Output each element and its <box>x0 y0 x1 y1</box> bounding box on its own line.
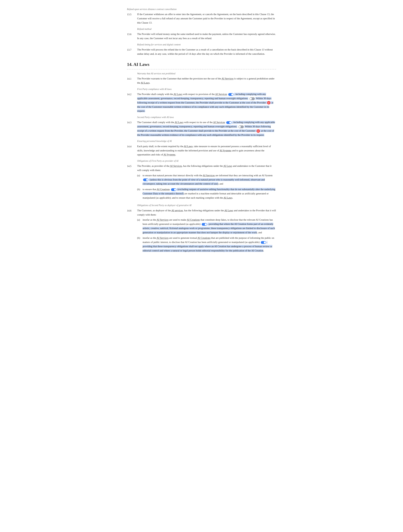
italic-label-13-7: Refund timing for services and digital c… <box>137 43 276 47</box>
clause-num-14-1: 14.1 <box>127 76 137 85</box>
ai-systems-ref-14-4b: AI Systems <box>164 153 176 156</box>
clause-14-2: 14.2 The Provider shall comply with the … <box>127 92 276 113</box>
sub-body-14-6b: insofar as the AI Services are used to g… <box>143 236 276 253</box>
list-item-14-6a: (a) insofar as the AI Services are used … <box>137 218 276 234</box>
ai-laws-ref-14-3: AI Laws <box>175 121 183 124</box>
clause-num-13-5: 13.5 <box>127 12 137 25</box>
highlight-14-5a: (unless this is obvious from the point o… <box>143 178 265 185</box>
toggle-14-6b[interactable] <box>261 241 266 244</box>
section-14-heading: 14. AI Laws <box>127 61 276 70</box>
clause-num-14-3: 14.3 <box>127 120 137 137</box>
clause-13-7: 13.7 The Provider will process the refun… <box>127 48 276 56</box>
sub-list-14-5: (a) to ensure that natural persons that … <box>137 173 276 200</box>
clause-14-1: 14.1 The Provider warrants to the Custom… <box>127 76 276 85</box>
toggle-14-2a[interactable] <box>228 93 234 96</box>
italic-label-13-6: Refund method <box>137 27 276 31</box>
clause-body-14-5: The Provider, as provider of the AI Serv… <box>137 164 276 201</box>
toggle-14-3a[interactable] <box>226 121 232 124</box>
clause-body-14-3: The Customer shall comply with the AI La… <box>137 120 276 137</box>
clause-13-6: 13.6 The Provider will refund money usin… <box>127 32 276 40</box>
clause-num-14-2: 14.2 <box>127 92 137 113</box>
clause-13-5: 13.5 If the Customer withdraws an offer … <box>127 12 276 25</box>
italic-label-14-6: Obligations of Second Party as deployer … <box>137 203 276 207</box>
italic-label-14-5: Obligations of First Party as provider o… <box>137 159 276 163</box>
clause-body-13-5: If the Customer withdraws an offer to en… <box>137 12 276 25</box>
clause-14-5: 14.5 The Provider, as provider of the AI… <box>127 164 276 201</box>
toggle-14-3b[interactable] <box>239 126 244 128</box>
ai-creations-ref-14-6a: AI Creations <box>187 218 200 221</box>
list-item-14-6b: (b) insofar as the AI Services are used … <box>137 236 276 253</box>
toggle-track-14-2a <box>228 93 234 96</box>
sub-body-14-5b: to ensure that AI Creations (excluding o… <box>143 187 276 200</box>
italic-label-14-3: Second Party compliance with AI laws <box>137 115 276 119</box>
ai-services-ref-14-6a: AI Services <box>157 218 169 221</box>
clause-num-13-7: 13.7 <box>127 48 137 56</box>
clause-body-13-6: The Provider will refund money using the… <box>137 32 276 40</box>
ai-services-ref-14-3: AI Services <box>213 121 225 124</box>
or-badge-14-2: or <box>267 101 271 104</box>
clause-body-14-1: The Provider warrants to the Customer th… <box>137 76 276 85</box>
ai-laws-ref-14-5: AI Laws <box>223 165 232 167</box>
list-item-14-5a: (a) to ensure that natural persons that … <box>137 173 276 186</box>
ai-laws-ref-14-4: AI Laws <box>184 145 193 148</box>
sub-body-14-5a: to ensure that natural persons that inte… <box>143 173 276 186</box>
toggle-knob-14-2a <box>231 94 233 95</box>
toggle-14-5a[interactable] <box>143 178 149 181</box>
ai-services-ref-14-2: AI Services <box>215 93 227 95</box>
toggle-track-14-6b <box>261 241 266 244</box>
toggle-track-14-3a <box>226 121 232 124</box>
toggle-track-14-5a <box>143 178 149 181</box>
ai-laws-ref: AI Laws <box>141 82 150 84</box>
toggle-knob-14-6b <box>264 241 266 243</box>
ai-services-ref-14-6b: AI Services <box>157 237 169 239</box>
toggle-track-14-3b <box>239 126 244 128</box>
highlight-14-6a: , providing that where the AI Creation f… <box>143 223 275 234</box>
clause-14-6: 14.6 The Customer, as deployer of the AI… <box>127 209 276 254</box>
clause-num-14-5: 14.5 <box>127 164 137 201</box>
ai-laws-ref-14-6: AI Laws <box>224 209 233 212</box>
toggle-knob-14-3a <box>229 121 231 124</box>
ai-creations-ref-14-5b: AI Creations <box>157 188 170 191</box>
toggle-track-14-2b <box>249 97 255 100</box>
sub-body-14-6a: insofar as the AI Services are used to m… <box>143 218 276 234</box>
ai-services-ref-14-6: AI services <box>171 209 183 212</box>
or-badge-14-3: or <box>257 129 260 133</box>
clause-14-3: 14.3 The Customer shall comply with the … <box>127 120 276 137</box>
toggle-14-6a[interactable] <box>202 223 207 226</box>
highlight-14-2a: , including complying with any applicabl… <box>137 93 266 100</box>
sub-list-14-6: (a) insofar as the AI Services are used … <box>137 218 276 253</box>
toggle-14-5b[interactable] <box>171 188 176 191</box>
ai-services-ref-14-5a: AI Services <box>203 174 215 177</box>
toggle-knob-14-3b <box>239 126 241 128</box>
clause-num-14-6: 14.6 <box>127 209 137 254</box>
toggle-track-14-6a <box>202 223 207 226</box>
clause-body-14-6: The Customer, as deployer of the AI serv… <box>137 209 276 254</box>
italic-label-14-4: Ensuring personnel knowledge of AI <box>137 139 276 143</box>
toggle-knob-14-5a <box>146 179 148 181</box>
toggle-knob-14-6a <box>205 223 207 225</box>
toggle-knob-14-5b <box>174 189 176 191</box>
clause-num-13-6: 13.6 <box>127 32 137 40</box>
sub-label-14-5b: (b) <box>137 187 143 200</box>
clause-body-13-7: The Provider will process the refund due… <box>137 48 276 56</box>
clause-14-4: 14.4 Each party shall, to the extent req… <box>127 144 276 157</box>
italic-label-14-2: First Party compliance with AI laws <box>137 87 276 91</box>
toggle-knob-14-2b <box>250 98 252 100</box>
ai-services-ref-14-5: AI Services <box>170 165 182 167</box>
ai-creations-ref-14-6b: AI Creations <box>197 237 210 239</box>
highlight-14-6b: , providing that these transparency obli… <box>143 241 272 252</box>
ai-laws-ref-14-5b: AI Laws <box>224 196 232 199</box>
clause-body-14-4: Each party shall, to the extent required… <box>137 144 276 157</box>
top-italic-label: Refund upon services distance contract c… <box>127 7 276 11</box>
toggle-track-14-5b <box>171 188 176 191</box>
list-item-14-5b: (b) to ensure that AI Creations (excludi… <box>137 187 276 200</box>
ai-laws-ref-14-2: AI Laws <box>174 93 182 95</box>
clause-body-14-2: The Provider shall comply with the AI La… <box>137 92 276 113</box>
sub-label-14-6b: (b) <box>137 236 143 253</box>
ai-services-ref: AI Services <box>222 77 233 80</box>
sub-label-14-6a: (a) <box>137 218 143 234</box>
toggle-14-2b[interactable] <box>249 97 255 100</box>
ai-systems-ref-14-4a: AI Systems <box>220 149 232 152</box>
sub-label-14-5a: (a) <box>137 173 143 186</box>
clause-num-14-4: 14.4 <box>127 144 137 157</box>
